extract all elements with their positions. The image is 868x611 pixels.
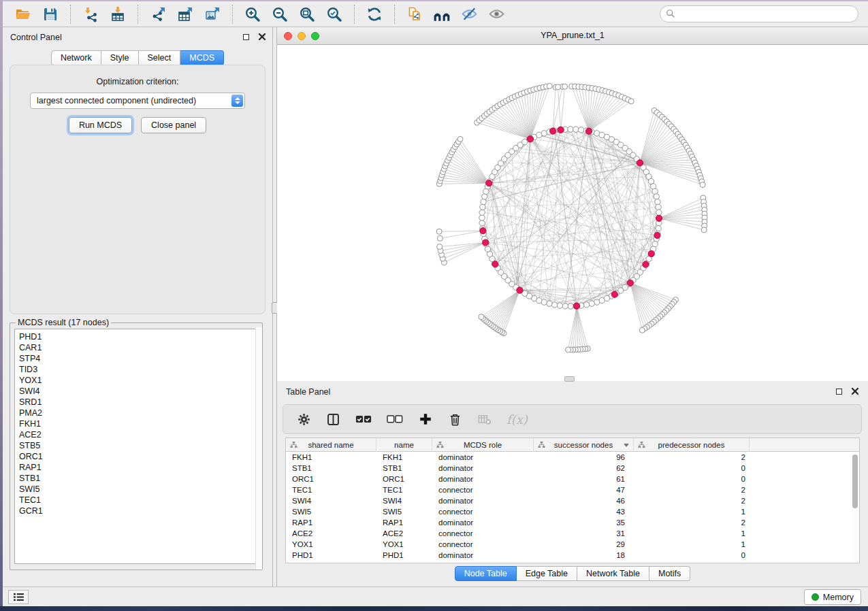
column-label: successor nodes (554, 441, 613, 449)
desktop-edge-bottom (0, 606, 868, 611)
horizontal-splitter-handle[interactable] (564, 376, 575, 382)
export-network-icon[interactable] (148, 4, 168, 24)
mcds-result-item[interactable]: PHD1 (19, 331, 257, 342)
mcds-result-item[interactable]: SWI5 (19, 484, 257, 495)
column-header-successor-nodes[interactable]: successor nodes (534, 438, 634, 452)
tab-node-table[interactable]: Node Table (455, 566, 517, 581)
tab-select[interactable]: Select (139, 50, 181, 65)
cell-shared-name: SWI5 (286, 506, 376, 517)
table-row[interactable]: ACE2ACE2connector311 (286, 528, 859, 539)
table-row[interactable]: PHD1PHD1dominator180 (286, 550, 859, 561)
add-column-icon[interactable] (418, 412, 433, 427)
dropdown-stepper-icon (231, 95, 243, 107)
zoom-selected-icon[interactable] (324, 4, 344, 24)
select-all-icon[interactable] (355, 414, 372, 425)
mcds-result-item[interactable]: PMA2 (19, 408, 257, 418)
delete-column-trash-icon[interactable] (448, 412, 462, 427)
zoom-fit-icon[interactable] (297, 4, 317, 24)
cell-successor-nodes: 47 (534, 484, 634, 495)
mcds-result-item[interactable]: TEC1 (19, 495, 257, 506)
run-mcds-button[interactable]: Run MCDS (69, 117, 132, 133)
tab-network-table[interactable]: Network Table (577, 566, 649, 581)
import-network-icon[interactable] (80, 4, 101, 24)
mcds-list-scrollbar[interactable] (255, 327, 262, 569)
column-label: predecessor nodes (658, 441, 725, 449)
cell-name: YOX1 (376, 539, 432, 550)
table-scrollbar-track[interactable] (852, 455, 858, 560)
function-builder-icon: f(x) (507, 412, 528, 427)
optimization-criterion-select[interactable]: largest connected component (undirected) (30, 93, 245, 109)
table-row[interactable]: FKH1FKH1dominator962 (286, 452, 859, 463)
column-label: shared name (308, 441, 353, 449)
import-table-icon[interactable] (108, 4, 128, 24)
mcds-result-item[interactable]: ORC1 (19, 451, 257, 462)
table-row[interactable]: SWI5SWI5connector431 (286, 506, 859, 517)
export-table-icon[interactable] (175, 4, 195, 24)
table-scrollbar-thumb[interactable] (852, 455, 858, 508)
tab-edge-table[interactable]: Edge Table (517, 566, 577, 581)
cell-name: ORC1 (376, 474, 432, 484)
mcds-result-item[interactable]: GCR1 (19, 506, 257, 516)
deselect-all-icon[interactable] (387, 414, 403, 425)
mcds-result-item[interactable]: STP4 (19, 353, 257, 364)
table-settings-gear-icon[interactable] (297, 412, 311, 427)
column-header-predecessor-nodes[interactable]: predecessor nodes (634, 438, 750, 452)
mcds-result-list[interactable]: PHD1CAR1STP4TID3YOX1SWI4SRD1PMA2FKH1ACE2… (14, 329, 258, 564)
cell-name: PHD1 (376, 550, 432, 561)
table-row[interactable]: RAP1RAP1dominator352 (286, 517, 859, 528)
shared-column-icon (638, 441, 645, 450)
mcds-result-item[interactable]: STB5 (19, 440, 257, 451)
mcds-result-item[interactable]: SWI4 (19, 386, 257, 397)
search-input[interactable] (660, 5, 858, 22)
task-history-button[interactable] (8, 590, 29, 604)
show-all-icon[interactable] (486, 4, 507, 24)
save-icon[interactable] (40, 4, 61, 24)
column-header-shared-name[interactable]: shared name (286, 438, 376, 452)
tab-network[interactable]: Network (51, 50, 101, 65)
tab-motifs[interactable]: Motifs (649, 566, 690, 581)
zoom-out-icon[interactable] (270, 4, 290, 24)
network-canvas[interactable] (277, 45, 868, 381)
memory-button[interactable]: Memory (804, 589, 861, 605)
mcds-result-item[interactable]: ACE2 (19, 429, 257, 440)
tab-mcds[interactable]: MCDS (180, 50, 224, 65)
mcds-result-item[interactable]: SRD1 (19, 397, 257, 408)
table-row[interactable]: ORC1ORC1dominator610 (286, 474, 859, 484)
network-window-titlebar[interactable]: YPA_prune.txt_1 (277, 27, 868, 45)
column-header-mcds-role[interactable]: MCDS role (432, 438, 534, 452)
mcds-result-item[interactable]: FKH1 (19, 418, 257, 429)
mcds-result-item[interactable]: YOX1 (19, 375, 257, 386)
close-panel-action-button[interactable]: Close panel (141, 117, 206, 133)
table-row[interactable]: YOX1YOX1connector291 (286, 539, 859, 550)
table-row[interactable]: STB1STB1dominator620 (286, 463, 859, 474)
export-image-icon[interactable] (202, 4, 223, 24)
cell-shared-name: YOX1 (286, 539, 376, 550)
table-row[interactable]: SWI4SWI4dominator462 (286, 495, 859, 506)
cell-shared-name: STB1 (286, 463, 376, 474)
network-canvas-svg[interactable] (277, 45, 868, 381)
zoom-in-icon[interactable] (242, 4, 263, 24)
mcds-result-item[interactable]: RAP1 (19, 462, 257, 473)
cell-mcds-role: connector (432, 506, 534, 517)
float-panel-button[interactable] (241, 32, 251, 42)
open-file-icon[interactable] (13, 4, 33, 24)
float-table-panel-button[interactable] (834, 386, 843, 396)
mcds-result-item[interactable]: CAR1 (19, 342, 257, 353)
close-panel-button[interactable] (257, 32, 267, 42)
hide-selected-icon[interactable] (459, 4, 479, 24)
close-table-panel-button[interactable] (850, 386, 860, 396)
column-header-name[interactable]: name (376, 438, 432, 452)
first-neighbors-icon[interactable] (432, 4, 452, 24)
close-icon (258, 33, 266, 41)
cell-predecessor-nodes: 2 (634, 452, 750, 463)
tab-style[interactable]: Style (101, 50, 139, 65)
mcds-result-item[interactable]: STB1 (19, 473, 257, 484)
cell-mcds-role: dominator (432, 550, 534, 561)
refresh-icon[interactable] (364, 4, 385, 24)
vertical-splitter[interactable] (272, 27, 277, 587)
control-panel-title: Control Panel (10, 33, 62, 42)
table-row[interactable]: TEC1TEC1connector472 (286, 484, 859, 495)
mcds-result-item[interactable]: TID3 (19, 364, 257, 375)
show-columns-icon[interactable] (326, 412, 340, 427)
duplicate-network-icon[interactable] (404, 4, 425, 24)
